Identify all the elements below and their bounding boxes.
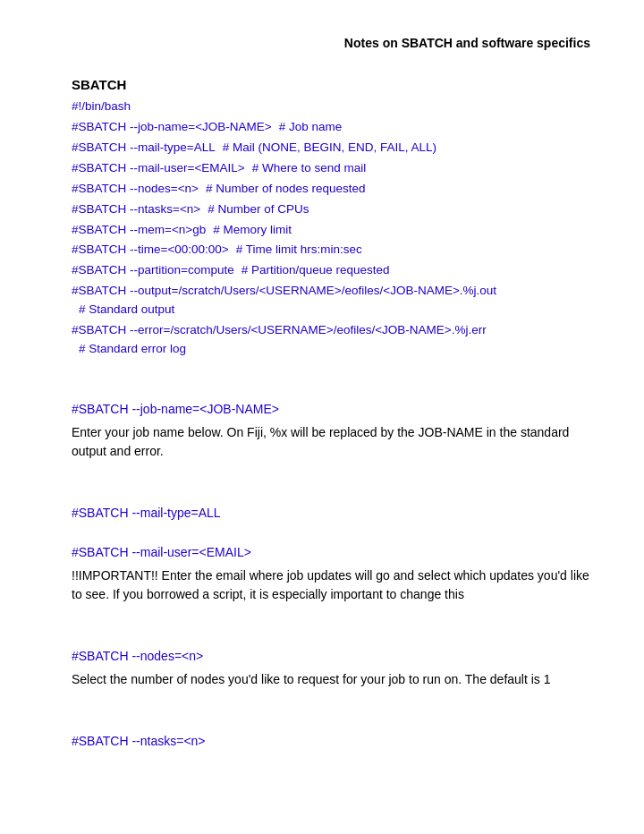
- section-heading-mailtype: #SBATCH --mail-type=ALL: [72, 506, 590, 520]
- code-comment: # Memory limit: [213, 221, 292, 240]
- code-comment: # Standard output: [79, 301, 174, 319]
- code-directive: #SBATCH --output=/scratch/Users/<USERNAM…: [72, 282, 496, 301]
- code-directive: #SBATCH --error=/scratch/Users/<USERNAME…: [72, 321, 487, 340]
- code-line-output: #SBATCH --output=/scratch/Users/<USERNAM…: [72, 282, 590, 319]
- code-directive: #SBATCH --nodes=<n>: [72, 180, 199, 199]
- code-directive: #SBATCH --job-name=<JOB-NAME>: [72, 118, 272, 137]
- section-body-jobname: Enter your job name below. On Fiji, %x w…: [72, 423, 590, 461]
- section-heading-mailuser: #SBATCH --mail-user=<EMAIL>: [72, 545, 590, 559]
- code-directive: #SBATCH --time=<00:00:00>: [72, 241, 229, 260]
- code-directive: #SBATCH --mail-type=ALL: [72, 139, 216, 157]
- code-line-bash: #!/bin/bash: [72, 98, 590, 116]
- code-line-ntasks: #SBATCH --ntasks=<n> # Number of CPUs: [72, 200, 590, 219]
- section-body-nodes: Select the number of nodes you'd like to…: [72, 670, 590, 689]
- code-line-mem: #SBATCH --mem=<n>gb # Memory limit: [72, 221, 590, 240]
- section-heading-nodes: #SBATCH --nodes=<n>: [72, 649, 590, 663]
- code-line-nodes: #SBATCH --nodes=<n> # Number of nodes re…: [72, 180, 590, 199]
- code-line-error: #SBATCH --error=/scratch/Users/<USERNAME…: [72, 321, 590, 359]
- code-directive: #!/bin/bash: [72, 98, 131, 116]
- code-comment: # Number of nodes requested: [206, 180, 366, 199]
- code-line-time: #SBATCH --time=<00:00:00> # Time limit h…: [72, 241, 590, 260]
- sbatch-section-title: SBATCH: [72, 77, 590, 92]
- code-line-jobname: #SBATCH --job-name=<JOB-NAME> # Job name: [72, 118, 590, 137]
- code-directive: #SBATCH --mail-user=<EMAIL>: [72, 159, 245, 178]
- code-directive: #SBATCH --mem=<n>gb: [72, 221, 206, 240]
- code-line-mailuser: #SBATCH --mail-user=<EMAIL> # Where to s…: [72, 159, 590, 178]
- code-comment: # Standard error log: [79, 340, 186, 359]
- code-line-mailtype: #SBATCH --mail-type=ALL # Mail (NONE, BE…: [72, 139, 590, 157]
- code-comment: # Job name: [279, 118, 343, 137]
- code-comment: # Partition/queue requested: [242, 261, 390, 280]
- section-heading-ntasks: #SBATCH --ntasks=<n>: [72, 734, 590, 748]
- section-heading-jobname: #SBATCH --job-name=<JOB-NAME>: [72, 402, 590, 416]
- page-title: Notes on SBATCH and software specifics: [72, 36, 590, 50]
- section-body-mailuser: !!IMPORTANT!! Enter the email where job …: [72, 566, 590, 604]
- code-directive: #SBATCH --ntasks=<n>: [72, 200, 200, 219]
- code-line-partition: #SBATCH --partition=compute # Partition/…: [72, 261, 590, 280]
- code-comment: # Where to send mail: [252, 159, 367, 178]
- code-comment: # Number of CPUs: [208, 200, 309, 219]
- code-block: #!/bin/bash #SBATCH --job-name=<JOB-NAME…: [72, 98, 590, 359]
- code-comment: # Mail (NONE, BEGIN, END, FAIL, ALL): [223, 139, 436, 157]
- code-directive: #SBATCH --partition=compute: [72, 261, 234, 280]
- code-comment: # Time limit hrs:min:sec: [236, 241, 362, 260]
